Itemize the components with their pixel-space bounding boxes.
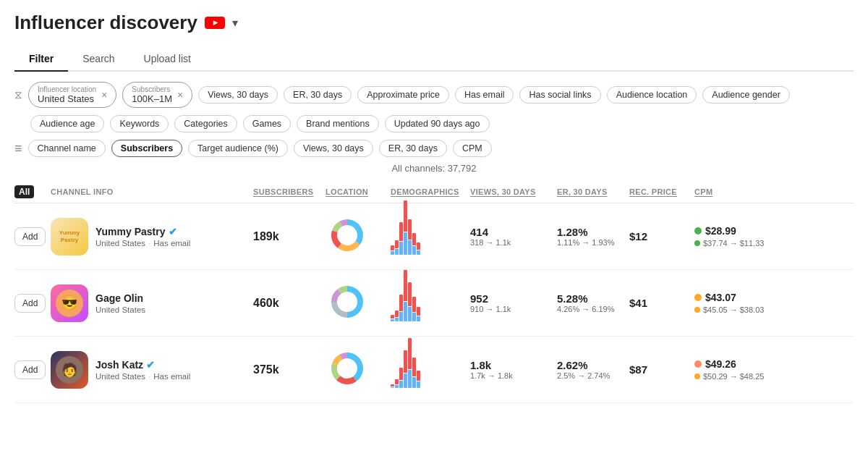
sort-views-30[interactable]: Views, 30 days <box>294 140 373 157</box>
col-header-location[interactable]: LOCATION <box>326 187 391 196</box>
verified-icon: ✔ <box>169 226 177 237</box>
tab-upload-list[interactable]: Upload list <box>129 47 205 70</box>
table-row: Add YummyPastry Yummy Pastry ✔ United St… <box>14 203 854 270</box>
cpm-dot-1 <box>694 294 702 301</box>
table-header: All CHANNEL INFO SUBSCRIBERS LOCATION DE… <box>14 181 854 203</box>
cpm-dot-0 <box>694 227 702 235</box>
filter-views-30[interactable]: Views, 30 days <box>198 86 278 104</box>
cpm-0: $28.99 $37.74 → $11.33 <box>694 225 788 248</box>
col-header-cpm[interactable]: CPM <box>694 187 788 196</box>
filter-has-email[interactable]: Has email <box>455 86 514 104</box>
all-channels-count: All channels: 37,792 <box>14 163 854 174</box>
col-header-views[interactable]: VIEWS, 30 DAYS <box>470 187 557 196</box>
demographics-bar-2 <box>391 352 470 388</box>
filter-updated-90[interactable]: Updated 90 days ago <box>385 115 490 132</box>
filter-icon[interactable]: ⧖ <box>14 88 22 101</box>
sort-icon[interactable]: ≡ <box>14 141 22 156</box>
filter-games[interactable]: Games <box>243 115 291 132</box>
add-button-0[interactable]: Add <box>14 227 51 246</box>
filter-has-social-links[interactable]: Has social links <box>519 86 600 104</box>
col-header-demographics[interactable]: DEMOGRAPHICS <box>391 187 470 196</box>
cpm-dot-2 <box>694 360 702 368</box>
filter-brand-mentions[interactable]: Brand mentions <box>297 115 379 132</box>
channel-info-1: 😎 Gage Olin United States <box>51 284 253 322</box>
subscribers-0: 189k <box>253 230 326 243</box>
subscribers-2: 375k <box>253 363 326 376</box>
cpm-range-dot-2 <box>694 373 700 379</box>
cpm-2: $49.26 $50.29 → $48.25 <box>694 358 788 381</box>
filter-approx-price[interactable]: Approximate price <box>357 86 449 104</box>
channel-name-1[interactable]: Gage Olin <box>95 292 143 304</box>
col-header-subscribers[interactable]: SUBSCRIBERS <box>253 187 326 196</box>
filter-audience-gender[interactable]: Audience gender <box>702 86 790 104</box>
sort-channel-name[interactable]: Channel name <box>28 140 106 157</box>
page-title: Influencer discovery <box>14 12 197 34</box>
views-1: 952 910 → 1.1k <box>470 292 557 313</box>
subscribers-1: 460k <box>253 297 326 310</box>
filter-er-30[interactable]: ER, 30 days <box>284 86 352 104</box>
filter-keywords[interactable]: Keywords <box>110 115 169 132</box>
demographics-bar-1 <box>391 285 470 321</box>
er-1: 5.28% 4.26% → 6.19% <box>557 292 629 313</box>
remove-subscribers-filter[interactable]: × <box>177 89 183 101</box>
col-header-er[interactable]: ER, 30 DAYS <box>557 187 629 196</box>
filter-audience-age[interactable]: Audience age <box>30 115 104 132</box>
youtube-badge[interactable] <box>205 17 225 29</box>
channel-info-2: 🧑 Josh Katz ✔ United States ·Has email <box>51 351 253 389</box>
filter-subscribers[interactable]: Subscribers 100K–1M × <box>122 82 192 108</box>
channel-info-0: YummyPastry Yummy Pastry ✔ United States… <box>51 218 253 256</box>
add-btn-0[interactable]: Add <box>14 227 46 246</box>
tab-search[interactable]: Search <box>68 47 129 70</box>
tab-bar: Filter Search Upload list <box>14 47 854 72</box>
location-donut-0 <box>326 214 391 259</box>
col-header-price[interactable]: REC. PRICE <box>629 187 694 196</box>
price-0: $12 <box>629 230 694 242</box>
col-header-all[interactable]: All <box>14 185 34 198</box>
price-1: $41 <box>629 297 694 309</box>
sort-cpm[interactable]: CPM <box>453 140 492 157</box>
table-body: Add YummyPastry Yummy Pastry ✔ United St… <box>14 203 854 403</box>
table-row: Add 😎 Gage Olin United States 460k <box>14 270 854 337</box>
sort-subscribers[interactable]: Subscribers <box>111 140 182 157</box>
add-button-1[interactable]: Add <box>14 294 51 313</box>
filter-audience-location[interactable]: Audience location <box>607 86 697 104</box>
channel-name-2[interactable]: Josh Katz <box>95 359 143 371</box>
add-btn-2[interactable]: Add <box>14 360 46 379</box>
sort-row: ≡ Channel name Subscribers Target audien… <box>14 140 854 157</box>
sort-target-audience[interactable]: Target audience (%) <box>188 140 288 157</box>
sort-er-30[interactable]: ER, 30 days <box>379 140 447 157</box>
add-btn-1[interactable]: Add <box>14 294 46 313</box>
table-row: Add 🧑 Josh Katz ✔ United States ·Has ema… <box>14 337 854 403</box>
col-header-channel: CHANNEL INFO <box>51 187 253 196</box>
filter-categories[interactable]: Categories <box>174 115 237 132</box>
location-donut-1 <box>326 280 391 326</box>
cpm-range-dot-1 <box>694 307 700 313</box>
cpm-1: $43.07 $45.05 → $38.03 <box>694 292 788 314</box>
er-0: 1.28% 1.11% → 1.93% <box>557 226 629 247</box>
views-0: 414 318 → 1.1k <box>470 226 557 247</box>
cpm-range-dot-0 <box>694 240 700 246</box>
filter-row-1: ⧖ Influencer location United States × Su… <box>14 82 854 108</box>
demographics-bar-0 <box>391 219 470 255</box>
remove-location-filter[interactable]: × <box>101 89 107 101</box>
filter-row-2: Audience age Keywords Categories Games B… <box>30 115 854 132</box>
platform-chevron[interactable]: ▾ <box>232 16 238 30</box>
add-button-2[interactable]: Add <box>14 360 51 379</box>
views-2: 1.8k 1.7k → 1.8k <box>470 359 557 380</box>
verified-icon: ✔ <box>146 359 155 371</box>
er-2: 2.62% 2.5% → 2.74% <box>557 359 629 380</box>
price-2: $87 <box>629 363 694 376</box>
filter-location[interactable]: Influencer location United States × <box>28 82 116 108</box>
channel-name-0[interactable]: Yummy Pastry <box>95 226 166 237</box>
location-donut-2 <box>326 347 391 392</box>
tab-filter[interactable]: Filter <box>14 47 68 70</box>
